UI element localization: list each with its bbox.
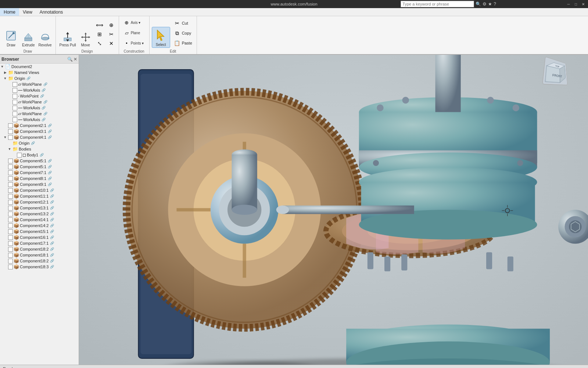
tool-scale[interactable]: ⤡ [94, 39, 105, 48]
tool-copy[interactable]: ⧉ Copy [172, 28, 194, 38]
tree-item-link-icon[interactable]: 🔗 [48, 124, 52, 127]
tree-checkbox[interactable] [8, 159, 13, 163]
tree-item-link-icon[interactable]: 🔗 [42, 106, 46, 110]
tree-item-link-icon[interactable]: 🔗 [40, 94, 44, 98]
tree-item[interactable]: ▱WorkPlane🔗 [0, 111, 79, 117]
tree-checkbox[interactable] [12, 112, 17, 116]
tree-item-link-icon[interactable]: 🔗 [50, 241, 54, 245]
tree-item-link-icon[interactable]: 🔗 [43, 112, 47, 116]
tree-item-link-icon[interactable]: 🔗 [50, 200, 54, 204]
minimize-button[interactable]: ─ [565, 1, 572, 7]
tree-item-link-icon[interactable]: 🔗 [50, 194, 54, 198]
tree-item[interactable]: 📦Component8:1🔗 [0, 176, 79, 181]
viewcube[interactable]: FRONT TOP [544, 59, 573, 88]
tool-delete[interactable]: ✕ [106, 39, 116, 48]
menu-view[interactable]: View [19, 8, 36, 16]
tree-checkbox[interactable] [8, 135, 13, 140]
tree-item-link-icon[interactable]: 🔗 [40, 153, 44, 157]
tree-expander[interactable]: ▶ [3, 71, 7, 74]
tree-checkbox[interactable] [8, 164, 13, 169]
tool-move[interactable]: Move [78, 31, 93, 48]
tree-item[interactable]: ▶📁Named Views [0, 70, 79, 75]
tool-cut[interactable]: ✂ Cut [172, 18, 194, 28]
tree-item-link-icon[interactable]: 🔗 [48, 183, 52, 186]
tree-item[interactable]: 📦Component14:2🔗 [0, 223, 79, 229]
tree-item[interactable]: ▱WorkPlane🔗 [0, 99, 79, 105]
tree-item-link-icon[interactable]: 🔗 [50, 265, 54, 269]
tree-checkbox[interactable] [12, 117, 17, 122]
search-options-icon[interactable]: ⚙ [483, 1, 487, 7]
tree-item[interactable]: 📦Component10:1🔗 [0, 187, 79, 193]
tree-checkbox[interactable] [8, 188, 13, 193]
tree-item[interactable]: 📦Component11:1🔗 [0, 193, 79, 199]
tree-checkbox[interactable] [8, 265, 13, 269]
tree-checkbox[interactable] [8, 176, 13, 181]
tree-item[interactable]: 📦Component18:1🔗 [0, 252, 79, 258]
tree-checkbox[interactable] [8, 123, 13, 128]
tree-checkbox[interactable] [8, 235, 13, 240]
tree-item[interactable]: —WorkAxis🔗 [0, 105, 79, 111]
tree-item[interactable]: 📦Component18:3🔗 [0, 264, 79, 270]
tree-item[interactable]: ▼📄Document2 [0, 64, 79, 70]
tree-checkbox[interactable] [8, 223, 13, 228]
tree-checkbox[interactable] [12, 88, 17, 93]
tool-pattern[interactable]: ⊞ [94, 30, 105, 39]
tree-checkbox[interactable] [8, 229, 13, 234]
tool-split[interactable]: ✂ [106, 30, 116, 39]
tree-item[interactable]: 📦Component12:1🔗 [0, 199, 79, 205]
tool-axis[interactable]: ⊕ Axis ▾ [121, 18, 147, 27]
menu-annotations[interactable]: Annotations [36, 8, 67, 16]
tree-item-link-icon[interactable]: 🔗 [48, 165, 52, 169]
tree-item[interactable]: 📦Component3:1🔗 [0, 128, 79, 134]
search-input[interactable] [401, 1, 474, 7]
tool-draw[interactable]: Draw [2, 28, 20, 48]
tree-checkbox[interactable] [8, 170, 13, 175]
tool-extrude[interactable]: Extrude [21, 31, 36, 48]
tree-checkbox[interactable] [8, 194, 13, 199]
tree-item[interactable]: 📦Component17:1🔗 [0, 240, 79, 246]
search-icon[interactable]: 🔍 [476, 1, 481, 7]
browser-search-icon[interactable]: 🔍 [67, 57, 73, 62]
tree-item-link-icon[interactable]: 🔗 [48, 171, 52, 174]
tool-paste[interactable]: 📋 Paste [172, 38, 194, 48]
tree-expander[interactable]: ▼ [7, 147, 12, 151]
tree-item-link-icon[interactable]: 🔗 [50, 206, 54, 210]
tree-checkbox[interactable] [8, 247, 13, 252]
tree-checkbox[interactable] [8, 182, 13, 187]
tree-expander[interactable]: ▼ [3, 135, 7, 139]
tree-item-link-icon[interactable]: 🔗 [50, 259, 54, 263]
tree-checkbox[interactable] [12, 100, 17, 105]
tree-item-link-icon[interactable]: 🔗 [26, 77, 31, 80]
tree-item-link-icon[interactable]: 🔗 [48, 130, 52, 133]
tree-item-link-icon[interactable]: 🔗 [50, 253, 54, 257]
tree-item[interactable]: —WorkAxis🔗 [0, 87, 79, 93]
tree-item-link-icon[interactable]: 🔗 [50, 236, 54, 239]
tool-mirror[interactable]: ⟺ [94, 21, 105, 29]
tree-item-link-icon[interactable]: 🔗 [31, 141, 35, 145]
tree-item[interactable]: 📦Component7:1🔗 [0, 170, 79, 176]
tree-item[interactable]: 📦Component5:1🔗 [0, 164, 79, 170]
tree-item[interactable]: 📁Origin🔗 [0, 140, 79, 146]
tree-item[interactable]: 📦Component5:1🔗 [0, 158, 79, 164]
tree-item[interactable]: 📦Component13:2🔗 [0, 211, 79, 217]
browser-close-icon[interactable]: ✕ [74, 57, 77, 62]
tree-item[interactable]: 📦Component16:1🔗 [0, 234, 79, 240]
tree-item[interactable]: 📦Component9:1🔗 [0, 181, 79, 187]
tree-checkbox[interactable] [12, 94, 17, 99]
tree-item-link-icon[interactable]: 🔗 [50, 188, 54, 192]
tree-checkbox[interactable] [8, 129, 13, 134]
tree-item-link-icon[interactable]: 🔗 [50, 247, 54, 251]
tree-checkbox[interactable] [8, 200, 13, 205]
tree-item-link-icon[interactable]: 🔗 [50, 224, 54, 227]
tree-item-link-icon[interactable]: 🔗 [50, 212, 54, 216]
tree-checkbox[interactable] [17, 153, 22, 158]
tree-item[interactable]: 📦Component2:1🔗 [0, 123, 79, 128]
tool-select[interactable]: Select [152, 27, 170, 48]
tool-combine[interactable]: ⊕ [106, 21, 116, 29]
tree-item[interactable]: ◻Body1🔗 [0, 152, 79, 158]
tree-item[interactable]: 📦Component18:2🔗 [0, 258, 79, 264]
tree-item[interactable]: 📦Component18:2🔗 [0, 246, 79, 252]
tree-item[interactable]: 📦Component15:1🔗 [0, 229, 79, 234]
tree-checkbox[interactable] [12, 106, 17, 110]
tree-item[interactable]: ▼📁Origin🔗 [0, 75, 79, 81]
